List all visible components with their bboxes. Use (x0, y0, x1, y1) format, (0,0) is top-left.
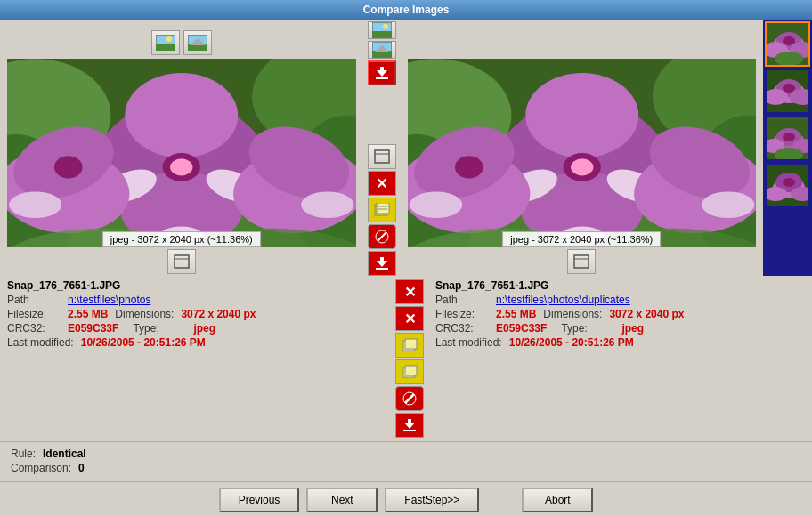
svg-marker-40 (377, 70, 387, 77)
svg-rect-43 (375, 150, 389, 163)
left-move-btn[interactable] (395, 333, 424, 358)
right-move-btn[interactable] (395, 359, 424, 384)
left-modified-label: Last modified: (7, 336, 74, 349)
left-panel-toolbar (7, 27, 356, 59)
thumbnail-4[interactable] (765, 163, 810, 208)
svg-marker-114 (404, 423, 415, 429)
compare-view-btn2[interactable] (368, 41, 396, 59)
left-panel-view-btn1[interactable] (151, 30, 180, 55)
left-crc32-label: CRC32: (7, 322, 61, 335)
left-type-value: jpeg (193, 322, 215, 335)
middle-block-btn[interactable] (368, 224, 396, 249)
window-title: Compare Images (363, 4, 450, 16)
right-filename: Snap_176_7651-1.JPG (435, 279, 805, 292)
right-type-label: Type: (561, 322, 614, 335)
middle-action-download-btn[interactable] (368, 251, 396, 276)
svg-rect-109 (405, 339, 417, 349)
svg-point-77 (702, 191, 754, 218)
right-image-tooltip: jpeg - 3072 x 2040 px (~11.36%) (502, 231, 661, 247)
file-info-middle-actions: ✕ ✕ (384, 276, 435, 441)
svg-point-16 (125, 73, 238, 157)
right-type-value: jpeg (621, 322, 644, 335)
left-filesize-label: Filesize: (7, 308, 61, 320)
right-dimensions-label: Dimensions: (543, 308, 602, 320)
svg-rect-35 (372, 31, 392, 38)
svg-point-98 (783, 133, 795, 141)
svg-point-105 (783, 178, 795, 187)
previous-button[interactable]: Previous (219, 488, 300, 512)
middle-move-btn[interactable] (368, 198, 396, 222)
comparison-value: 0 (78, 462, 85, 474)
right-filesize-label: Filesize: (435, 308, 489, 320)
left-filename: Snap_176_7651-1.JPG (7, 279, 377, 292)
action-download-btn[interactable] (395, 413, 424, 438)
right-crc32-label: CRC32: (435, 322, 489, 335)
svg-rect-53 (376, 268, 388, 270)
svg-rect-80 (574, 255, 589, 268)
left-dimensions-value: 3072 x 2040 px (181, 308, 256, 320)
svg-point-64 (525, 73, 638, 157)
svg-point-22 (170, 158, 192, 175)
svg-point-2 (166, 36, 172, 42)
middle-toolbar: ✕ (356, 20, 408, 276)
left-path-value[interactable]: n:\testfiles\photos (68, 294, 150, 306)
left-panel-view-btn2[interactable] (183, 30, 212, 55)
svg-point-85 (783, 36, 795, 45)
right-dimensions-value: 3072 x 2040 px (609, 308, 684, 320)
svg-point-36 (383, 24, 388, 29)
faststep-button[interactable]: FastStep>> (385, 488, 479, 512)
comparison-label: Comparison: (11, 462, 71, 474)
block-btn[interactable] (395, 386, 424, 411)
thumbnail-3[interactable] (765, 116, 810, 161)
rule-value: Identical (43, 447, 86, 460)
next-button[interactable]: Next (306, 488, 378, 512)
svg-point-26 (54, 156, 83, 178)
svg-marker-51 (377, 261, 387, 267)
right-delete-btn[interactable]: ✕ (395, 306, 424, 331)
right-panel-toolbar (408, 27, 757, 59)
middle-download-btn[interactable] (368, 60, 396, 85)
left-filesize-value: 2.55 MB (68, 308, 108, 320)
right-crc32-value: E059C33F (496, 322, 547, 335)
right-image-area: jpeg - 3072 x 2040 px (~11.36%) (408, 59, 757, 247)
svg-point-73 (410, 191, 462, 218)
svg-point-25 (9, 191, 61, 218)
svg-rect-41 (380, 67, 384, 71)
svg-point-92 (783, 84, 795, 93)
abort-button[interactable]: Abort (522, 488, 593, 512)
left-type-label: Type: (133, 322, 186, 335)
svg-point-88 (775, 52, 803, 66)
svg-point-70 (571, 158, 593, 175)
file-info-row: Snap_176_7651-1.JPG Path n:\testfiles\ph… (0, 276, 812, 441)
middle-delete-btn[interactable]: ✕ (368, 171, 396, 196)
left-delete-btn[interactable]: ✕ (395, 279, 424, 304)
thumbnail-2[interactable] (765, 69, 810, 114)
right-resize-btn[interactable] (567, 249, 596, 274)
thumbnail-1[interactable] (765, 21, 810, 67)
right-filesize-value: 2.55 MB (496, 308, 536, 320)
left-crc32-value: E059C33F (68, 322, 118, 335)
left-resize-btn[interactable] (167, 249, 196, 274)
right-panel: jpeg - 3072 x 2040 px (~11.36%) (408, 20, 764, 276)
svg-rect-52 (380, 257, 384, 262)
svg-rect-116 (403, 430, 416, 431)
right-path-value[interactable]: n:\testfiles\photos\duplicates (496, 294, 630, 306)
bottom-bar: Rule: Identical Comparison: 0 (0, 441, 812, 481)
left-path-label: Path (7, 294, 61, 306)
right-file-info: Snap_176_7651-1.JPG Path n:\testfiles\ph… (435, 276, 812, 441)
right-modified-label: Last modified: (435, 336, 502, 349)
svg-rect-111 (405, 366, 417, 375)
left-file-info: Snap_176_7651-1.JPG Path n:\testfiles\ph… (0, 276, 384, 441)
middle-resize-btn[interactable] (368, 144, 396, 169)
left-image-area: jpeg - 3072 x 2040 px (~11.36%) (7, 59, 356, 247)
svg-rect-32 (175, 255, 189, 268)
rule-label: Rule: (11, 447, 36, 460)
svg-rect-42 (376, 77, 388, 79)
svg-point-74 (454, 156, 483, 178)
right-sidebar (763, 20, 812, 276)
compare-view-btn1[interactable] (368, 21, 396, 39)
svg-point-29 (301, 191, 353, 218)
svg-rect-1 (156, 44, 175, 51)
right-modified-value: 10/26/2005 - 20:51:26 PM (509, 336, 634, 349)
action-buttons-row: Previous Next FastStep>> Abort (0, 481, 812, 516)
